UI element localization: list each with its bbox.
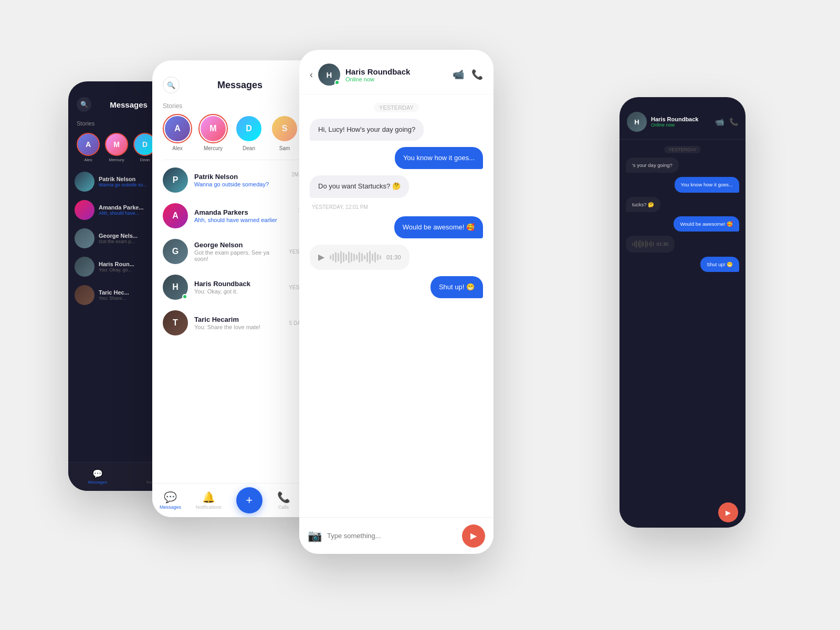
voice-message[interactable]: ▶: [310, 245, 483, 270]
message-received: 's your day going?: [626, 158, 739, 173]
waveform: [330, 251, 381, 264]
contact-status: Online now: [345, 76, 447, 82]
messages-icon: 💬: [92, 469, 103, 479]
message-received: Do you want Startucks? 🤔: [310, 175, 483, 197]
date-separator: YESTERDAY: [374, 103, 419, 112]
voice-duration: 01:30: [386, 254, 401, 260]
date-separator: YESTERDAY: [664, 146, 701, 153]
video-call-icon[interactable]: 📹: [715, 118, 724, 126]
p3-input-row: 📷 ▶: [299, 517, 494, 554]
send-button[interactable]: ▶: [462, 524, 485, 548]
contact-avatar: H: [318, 64, 340, 86]
bubble-received: Hi, Lucy! How's your day going?: [310, 119, 424, 141]
bubble-sent: You know how it goes...: [675, 177, 739, 192]
story-sam[interactable]: S Sam: [270, 114, 299, 151]
phone-dark-chat: H Haris Roundback Online now 📹 📞 YESTERD…: [620, 97, 746, 528]
bubble-sent: Would be awesome! 🥰: [674, 216, 739, 232]
message-sent: You know how it goes...: [310, 147, 483, 169]
bubble-received: tucks? 🤔: [626, 197, 660, 212]
back-button[interactable]: ‹: [310, 69, 313, 80]
contact-name: Haris Roundback: [651, 116, 711, 122]
send-button[interactable]: ▶: [718, 502, 738, 522]
bubble-received: 's your day going?: [626, 158, 679, 173]
voice-call-icon[interactable]: 📞: [471, 69, 483, 80]
story-dean[interactable]: D Dean: [234, 114, 264, 151]
list-item[interactable]: A Alex: [77, 133, 100, 162]
p1-search-icon[interactable]: 🔍: [77, 97, 91, 112]
message-sent: Shut up! 😁: [626, 257, 739, 272]
message-input[interactable]: [327, 532, 457, 540]
nav-calls[interactable]: 📞 Calls: [277, 491, 290, 510]
play-icon[interactable]: ▶: [318, 252, 324, 262]
contact-name: Haris Roundback: [345, 67, 447, 76]
bubble-sent: Shut up! 😁: [700, 257, 739, 272]
online-indicator: [334, 80, 340, 85]
messages-icon: 💬: [164, 491, 177, 503]
contact-avatar: H: [627, 112, 647, 132]
phone-light-chat: ‹ H Haris Roundback Online now 📹 📞 YESTE…: [299, 50, 494, 554]
voice-duration: 01:30: [657, 242, 669, 247]
search-icon[interactable]: 🔍: [163, 77, 180, 93]
p4-chat-body: YESTERDAY 's your day going? You know ho…: [620, 140, 746, 512]
contact-status: Online now: [651, 122, 711, 128]
voice-message[interactable]: 01:30: [626, 236, 739, 253]
camera-icon[interactable]: 📷: [308, 529, 322, 543]
scene: 🔍 Messages Stories A Alex M Mercury D De…: [52, 39, 788, 591]
nav-messages[interactable]: 💬 Messages: [160, 491, 181, 510]
message-sent: Shut up! 😁: [310, 276, 483, 298]
bubble-sent: You know how it goes...: [395, 147, 483, 169]
p1-nav-messages[interactable]: 💬 Messages: [88, 469, 107, 485]
notifications-icon: 🔔: [202, 491, 215, 503]
p3-chat-body: YESTERDAY Hi, Lucy! How's your day going…: [299, 94, 494, 525]
p4-input-row: ▶: [620, 497, 746, 528]
bubble-received: Do you want Startucks? 🤔: [310, 175, 409, 197]
story-alex[interactable]: A Alex: [163, 114, 192, 151]
p4-chat-header: H Haris Roundback Online now 📹 📞: [620, 97, 746, 140]
bubble-sent: Would be awesome! 🥰: [394, 216, 483, 238]
story-mercury[interactable]: M Mercury: [198, 114, 228, 151]
message-sent: You know how it goes...: [626, 177, 739, 192]
p3-chat-header: ‹ H Haris Roundback Online now 📹 📞: [299, 50, 494, 94]
message-sent: Would be awesome! 🥰: [310, 216, 483, 238]
fab-compose[interactable]: +: [236, 487, 262, 513]
voice-call-icon[interactable]: 📞: [729, 118, 738, 126]
waveform: [632, 240, 654, 248]
calls-icon: 📞: [277, 491, 290, 503]
message-received: Hi, Lucy! How's your day going?: [310, 119, 483, 141]
p2-title: Messages: [217, 80, 262, 91]
message-received: tucks? 🤔: [626, 197, 739, 212]
bubble-sent: Shut up! 😁: [430, 276, 483, 298]
timestamp: YESTERDAY, 12:01 PM: [310, 204, 370, 210]
message-sent: Would be awesome! 🥰: [626, 216, 739, 232]
nav-notifications[interactable]: 🔔 Notifications: [196, 491, 222, 510]
list-item[interactable]: M Mercury: [105, 133, 128, 162]
video-call-icon[interactable]: 📹: [453, 69, 464, 80]
